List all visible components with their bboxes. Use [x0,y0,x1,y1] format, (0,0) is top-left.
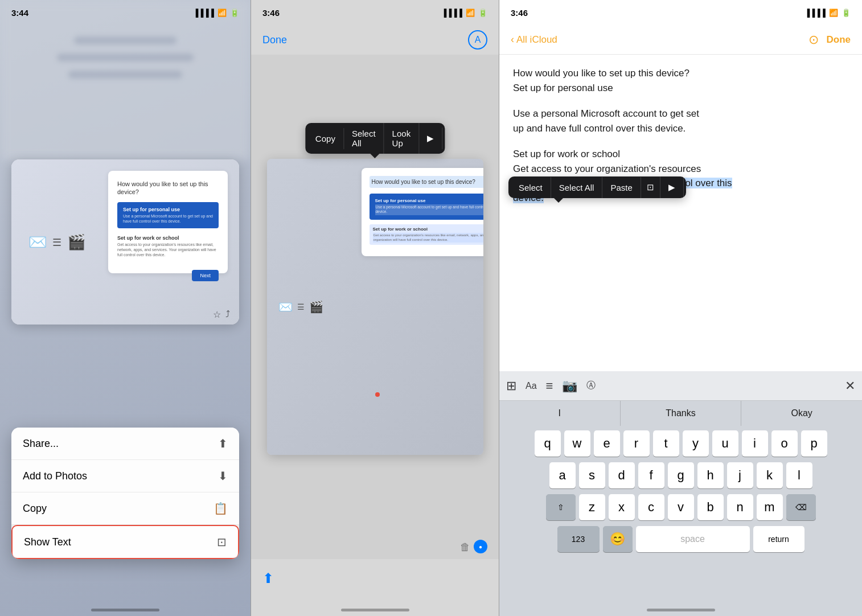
key-o[interactable]: o [771,430,798,457]
key-n[interactable]: n [727,494,753,520]
key-space[interactable]: space [636,526,750,552]
key-emoji[interactable]: 😊 [603,526,633,552]
kb-suggestion-thanks[interactable]: Thanks [621,401,742,426]
panel1: 3:44 ▐▐▐▐ 📶 🔋 ✉️ ☰ 🎬 How would you like … [0,0,251,616]
key-r[interactable]: r [623,430,650,457]
next-button[interactable]: Next [192,270,219,281]
p3-done-button[interactable]: Done [827,34,851,46]
keyboard: ⊞ Aa ≡ 📷 Ⓐ ✕ I Thanks Okay q w e r t y u… [499,371,862,616]
p2-opt2-desc: Get access to your organization's resour… [373,233,483,243]
p3-popup-select[interactable]: Select [511,177,551,198]
p3-dots-icon[interactable]: ⊙ [808,32,819,47]
panel3: 3:46 ▐▐▐▐ 📶 🔋 ‹ All iCloud ⊙ Done How wo… [499,0,862,616]
key-i[interactable]: i [742,430,768,457]
key-row-3: ⇧ z x c v b n m ⌫ [502,494,860,520]
key-s[interactable]: s [579,462,605,488]
kb-aa-icon[interactable]: Aa [526,381,537,391]
option-work: Set up for work or school Get access to … [117,233,219,260]
kb-list-icon[interactable]: ≡ [546,379,553,393]
key-delete[interactable]: ⌫ [786,494,816,520]
p3-popup-select-all[interactable]: Select All [551,177,603,198]
setup-title: How would you like to set up this device… [117,180,219,196]
screenshot-card-inner: ✉️ ☰ 🎬 How would you like to set up this… [11,159,239,325]
signal-icon: ▐▐▐▐ [193,9,214,17]
context-item-share[interactable]: Share... ⬆ [11,428,239,460]
p3-popup-more[interactable]: ▶ [660,176,684,198]
key-u[interactable]: u [712,430,738,457]
p3-popup-paste[interactable]: Paste [602,177,641,198]
copy-icon: 📋 [214,502,228,515]
p3-back-button[interactable]: ‹ All iCloud [511,34,557,46]
p3-para2-line2: up and have full control over this devic… [513,123,686,134]
key-a[interactable]: a [549,462,576,488]
kb-close-icon[interactable]: ✕ [845,379,855,393]
p2-red-dot [375,392,380,397]
p2-circle-icon[interactable]: A [468,30,487,50]
option-work-desc: Get access to your organization's resour… [117,242,219,257]
key-d[interactable]: d [609,462,635,488]
p2-opt1-desc: Use a personal Microsoft account to get … [375,204,483,215]
key-b[interactable]: b [697,494,724,520]
keyboard-rows: q w e r t y u i o p a s d f g h j k [499,426,862,560]
option-work-title: Set up for work or school [117,235,219,241]
p2-live-badge: ● [474,540,487,553]
p2-status-time: 3:46 [262,8,280,18]
p2-bubble-look-up[interactable]: Look Up [384,123,420,154]
key-m[interactable]: m [757,494,783,520]
kb-table-icon[interactable]: ⊞ [506,379,516,393]
p2-bubble-copy[interactable]: Copy [307,128,344,149]
key-x[interactable]: x [609,494,635,520]
p2-setup-title: How would you like to set up this device… [370,176,483,188]
p2-done-button[interactable]: Done [262,34,287,46]
key-h[interactable]: h [697,462,724,488]
p3-nav: ‹ All iCloud ⊙ Done [499,25,862,55]
kb-camera-icon[interactable]: 📷 [562,379,577,393]
context-item-add-photos[interactable]: Add to Photos ⬇ [11,460,239,492]
show-text-icon: ⊡ [217,535,227,549]
key-k[interactable]: k [757,462,783,488]
ms-icon-video: 🎬 [67,233,85,251]
key-z[interactable]: z [579,494,605,520]
p2-bubble-more[interactable]: ▶ [419,128,442,149]
p2-signal-icon: ▐▐▐▐ [441,9,462,17]
p2-icon-video: 🎬 [309,300,323,314]
context-item-copy[interactable]: Copy 📋 [11,492,239,525]
key-t[interactable]: t [653,430,679,457]
context-menu: Share... ⬆ Add to Photos ⬇ Copy 📋 Show T… [11,428,239,559]
key-e[interactable]: e [594,430,620,457]
p2-status-icons: ▐▐▐▐ 📶 🔋 [441,9,487,17]
context-copy-label: Copy [23,503,47,515]
p3-battery-icon: 🔋 [842,9,851,17]
kb-suggestion-okay[interactable]: Okay [741,401,862,426]
p2-trash-icon[interactable]: 🗑 [460,541,470,553]
status-bar: 3:44 ▐▐▐▐ 📶 🔋 [0,0,251,25]
blurred-content [0,25,251,173]
kb-suggestion-i[interactable]: I [499,401,621,426]
kb-format-icon[interactable]: Ⓐ [586,380,596,392]
p3-wifi-icon: 📶 [829,9,838,17]
key-row-1: q w e r t y u i o p [502,430,860,457]
p2-share-icon[interactable]: ⬆ [262,570,274,586]
key-l[interactable]: l [786,462,812,488]
key-return[interactable]: return [753,526,804,552]
context-item-show-text[interactable]: Show Text ⊡ [11,525,239,559]
key-num[interactable]: 123 [557,526,600,552]
key-f[interactable]: f [638,462,664,488]
p2-nav: Done A [251,25,499,55]
wifi-icon: 📶 [217,9,227,17]
key-shift[interactable]: ⇧ [546,494,576,520]
add-photos-icon: ⬇ [218,469,228,483]
key-y[interactable]: y [683,430,709,457]
p3-popup-scan-icon[interactable]: ⊡ [641,176,660,198]
key-p[interactable]: p [801,430,827,457]
key-q[interactable]: q [535,430,561,457]
key-j[interactable]: j [727,462,753,488]
key-c[interactable]: c [638,494,664,520]
key-v[interactable]: v [668,494,694,520]
key-g[interactable]: g [668,462,694,488]
p2-bubble-select-all[interactable]: Select All [344,123,384,154]
battery-icon: 🔋 [230,9,239,17]
keyboard-suggestions: I Thanks Okay [499,401,862,426]
p3-signal-icon: ▐▐▐▐ [804,9,826,17]
key-w[interactable]: w [564,430,590,457]
